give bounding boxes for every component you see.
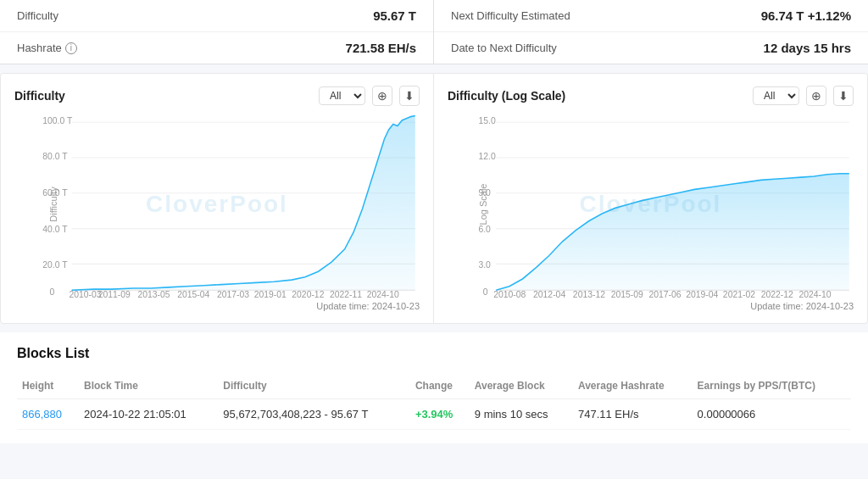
cell-earnings: 0.00000066: [693, 399, 851, 430]
log-chart-controls: All1Y6M3M ⊕ ⬇: [753, 86, 854, 106]
x-label-7: 2020-12: [292, 289, 324, 298]
next-difficulty-label: Next Difficulty Estimated: [451, 9, 570, 22]
cell-height[interactable]: 866,880: [17, 399, 79, 430]
log-x-label-6: 2019-04: [686, 289, 718, 298]
log-y-axis-title: Log Scale: [478, 184, 488, 226]
info-icon[interactable]: i: [65, 42, 77, 54]
next-difficulty-change: +1.12%: [808, 8, 851, 23]
next-difficulty-main: 96.74 T: [761, 8, 808, 23]
cell-avg-block: 9 mins 10 secs: [470, 399, 573, 430]
log-x-label-5: 2017-06: [648, 289, 681, 298]
col-block-time: Block Time: [79, 373, 218, 399]
x-label-3: 2013-05: [137, 289, 170, 298]
col-avg-hashrate: Average Hashrate: [573, 373, 693, 399]
log-chart-panel: Difficulty (Log Scale) All1Y6M3M ⊕ ⬇ Clo…: [434, 74, 867, 323]
stats-right: Next Difficulty Estimated 96.74 T +1.12%…: [434, 0, 868, 64]
difficulty-chart-area: CloverPool 100.0 T 80.0 T 60.0 T 40.0 T …: [14, 111, 420, 298]
cell-difficulty: 95,672,703,408,223 - 95.67 T: [218, 399, 410, 430]
log-x-label-9: 2024-10: [798, 289, 831, 298]
log-x-label-2: 2012-04: [533, 289, 565, 298]
log-area: [496, 174, 849, 291]
x-label-1: 2010-03: [69, 289, 101, 298]
charts-section: Difficulty All1Y6M3M ⊕ ⬇ CloverPool 100.…: [0, 73, 868, 324]
log-update-time: Update time: 2024-10-23: [448, 301, 854, 311]
log-y-label-2: 12.0: [478, 151, 495, 161]
y-label-2: 80.0 T: [42, 151, 68, 161]
difficulty-chart-controls: All1Y6M3M ⊕ ⬇: [319, 86, 420, 106]
col-avg-block: Average Block: [470, 373, 573, 399]
difficulty-chart-svg: 100.0 T 80.0 T 60.0 T 40.0 T 20.0 T 0: [14, 111, 420, 298]
log-download-btn[interactable]: ⬇: [833, 86, 854, 106]
col-change: Change: [410, 373, 470, 399]
blocks-table: Height Block Time Difficulty Change Aver…: [17, 373, 851, 430]
difficulty-update-time: Update time: 2024-10-23: [14, 301, 420, 311]
cell-change: +3.94%: [410, 399, 470, 430]
hashrate-label-text: Hashrate: [17, 42, 62, 54]
table-row: 866,880 2024-10-22 21:05:01 95,672,703,4…: [17, 399, 851, 430]
log-chart-area: CloverPool 15.0 12.0 9.0 6.0 3.0 0: [448, 111, 854, 298]
log-y-label-5: 3.0: [478, 259, 491, 270]
difficulty-zoom-btn[interactable]: ⊕: [372, 86, 392, 106]
blocks-table-body: 866,880 2024-10-22 21:05:01 95,672,703,4…: [17, 399, 851, 430]
x-label-8: 2022-11: [330, 289, 362, 298]
date-next-difficulty-value: 12 days 15 hrs: [764, 41, 851, 55]
log-x-label-8: 2022-12: [761, 289, 793, 298]
hashrate-stat-row: Hashrate i 721.58 EH/s: [0, 32, 433, 64]
x-label-5: 2017-03: [217, 289, 249, 298]
x-label-2: 2011-09: [98, 289, 131, 298]
hashrate-value: 721.58 EH/s: [346, 41, 416, 55]
log-zoom-btn[interactable]: ⊕: [806, 86, 826, 106]
y-label-1: 100.0 T: [42, 115, 72, 125]
log-chart-header: Difficulty (Log Scale) All1Y6M3M ⊕ ⬇: [448, 86, 854, 106]
blocks-table-head: Height Block Time Difficulty Change Aver…: [17, 373, 851, 399]
log-x-label-1: 2010-08: [493, 289, 526, 298]
next-difficulty-value: 96.74 T +1.12%: [761, 8, 851, 23]
log-x-label-4: 2015-09: [611, 289, 643, 298]
x-label-6: 2019-01: [254, 289, 287, 298]
difficulty-label: Difficulty: [17, 9, 58, 22]
top-stats-bar: Difficulty 95.67 T Hashrate i 721.58 EH/…: [0, 0, 868, 64]
col-height: Height: [17, 373, 79, 399]
date-next-difficulty-label: Date to Next Difficulty: [451, 42, 557, 54]
cell-avg-hashrate: 747.11 EH/s: [573, 399, 693, 430]
log-x-label-7: 2021-02: [723, 289, 755, 298]
x-label-4: 2015-04: [177, 289, 209, 298]
log-chart-svg: 15.0 12.0 9.0 6.0 3.0 0: [448, 111, 854, 298]
blocks-title: Blocks List: [17, 346, 851, 361]
log-chart-title: Difficulty (Log Scale): [448, 89, 565, 103]
hashrate-label: Hashrate i: [17, 42, 77, 54]
y-label-5: 20.0 T: [42, 259, 68, 270]
stats-left: Difficulty 95.67 T Hashrate i 721.58 EH/…: [0, 0, 434, 64]
blocks-header-row: Height Block Time Difficulty Change Aver…: [17, 373, 851, 399]
y-label-4: 40.0 T: [42, 224, 68, 234]
difficulty-download-btn[interactable]: ⬇: [399, 86, 420, 106]
cell-block-time: 2024-10-22 21:05:01: [79, 399, 218, 430]
difficulty-chart-header: Difficulty All1Y6M3M ⊕ ⬇: [14, 86, 420, 106]
difficulty-value: 95.67 T: [373, 8, 416, 23]
log-y-label-1: 15.0: [478, 115, 495, 125]
log-y-label-6: 0: [483, 286, 488, 296]
next-difficulty-row: Next Difficulty Estimated 96.74 T +1.12%: [434, 0, 868, 32]
difficulty-period-select[interactable]: All1Y6M3M: [319, 86, 365, 105]
col-earnings: Earnings by PPS/T(BTC): [693, 373, 851, 399]
col-difficulty: Difficulty: [218, 373, 410, 399]
y-axis-title: Difficulty: [48, 187, 58, 222]
blocks-section: Blocks List Height Block Time Difficulty…: [0, 332, 868, 443]
log-period-select[interactable]: All1Y6M3M: [753, 86, 799, 105]
y-label-6: 0: [50, 286, 55, 296]
log-y-label-4: 6.0: [478, 224, 491, 234]
date-next-difficulty-row: Date to Next Difficulty 12 days 15 hrs: [434, 32, 868, 64]
difficulty-chart-title: Difficulty: [14, 89, 65, 103]
log-x-label-3: 2013-12: [573, 289, 605, 298]
x-label-9: 2024-10: [367, 289, 399, 298]
difficulty-chart-panel: Difficulty All1Y6M3M ⊕ ⬇ CloverPool 100.…: [1, 74, 434, 323]
difficulty-stat-row: Difficulty 95.67 T: [0, 0, 433, 32]
